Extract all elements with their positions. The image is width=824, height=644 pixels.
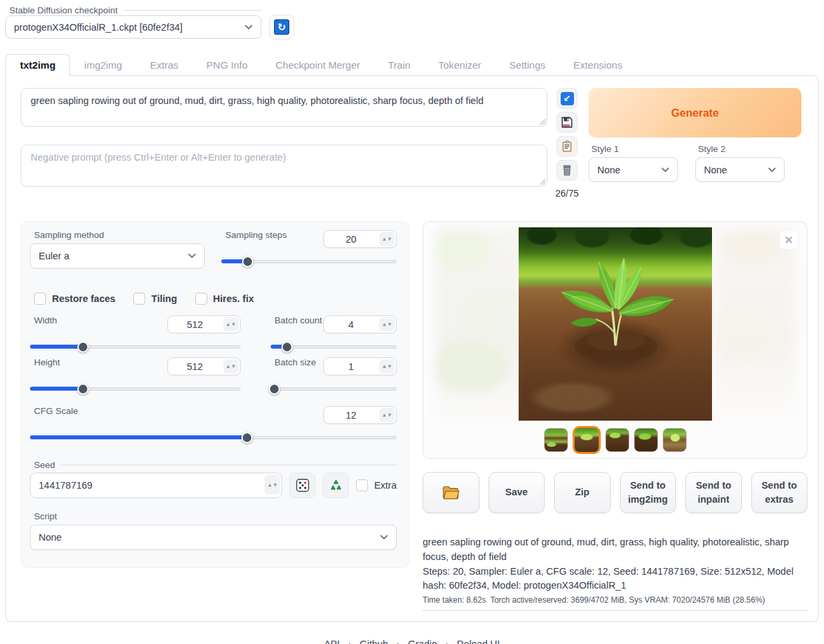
cfg-scale-slider[interactable] (30, 432, 397, 443)
sampling-steps-value[interactable] (324, 234, 378, 245)
save-button[interactable]: Save (489, 472, 545, 513)
output-column: ✕ Save Zip Send to img2img (423, 221, 807, 611)
width-value[interactable] (168, 319, 222, 330)
tab-txt2img[interactable]: txt2img (5, 54, 70, 76)
checkbox-box (133, 293, 145, 305)
trash-icon (561, 164, 573, 177)
tab-extras[interactable]: Extras (136, 55, 193, 76)
style1-value: None (597, 165, 621, 175)
app-root: Stable Diffusion checkpoint protogenX34O… (0, 0, 824, 644)
style1-select[interactable]: None (589, 157, 678, 182)
tab-tokenizer[interactable]: Tokenizer (425, 55, 495, 76)
prompt-input[interactable]: green sapling rowing out of ground, mud,… (21, 88, 547, 127)
send-to-extras-button[interactable]: Send to extras (751, 472, 808, 513)
gallery-blur-right (713, 227, 796, 421)
checkpoint-value: protogenX34OfficialR_1.ckpt [60fe2f34] (14, 22, 183, 33)
batch-size-slider[interactable] (271, 383, 397, 394)
floppy-disk-icon (561, 116, 573, 129)
main-tabs: txt2img img2img Extras PNG Info Checkpoi… (5, 54, 819, 76)
separator-dot: • (446, 640, 449, 644)
style2-select[interactable]: None (695, 157, 785, 182)
stepper-arrows[interactable]: ▲▼ (379, 359, 395, 373)
seed-input[interactable]: ▲▼ (30, 473, 282, 498)
send-to-img2img-button[interactable]: Send to img2img (620, 472, 677, 513)
style2-label: Style 2 (698, 144, 785, 154)
apply-style-button[interactable] (557, 136, 577, 157)
restore-faces-checkbox[interactable]: Restore faces (34, 293, 115, 305)
stepper-arrows[interactable]: ▲▼ (223, 317, 239, 331)
tab-png-info[interactable]: PNG Info (193, 55, 262, 76)
batch-count-slider[interactable] (271, 341, 397, 352)
sampling-steps-input[interactable]: ▲▼ (323, 230, 397, 248)
batch-size-label: Batch size (275, 357, 316, 367)
width-label: Width (34, 315, 57, 325)
thumbnail-5[interactable] (663, 428, 687, 452)
chevron-down-icon (188, 253, 196, 259)
prompt-column: green sapling rowing out of ground, mud,… (21, 88, 547, 199)
paste-params-button[interactable]: ↙ (557, 88, 577, 109)
footer: API • Github • Gradio • Reload UI python… (5, 639, 819, 644)
checkpoint-select[interactable]: protogenX34OfficialR_1.ckpt [60fe2f34] (5, 15, 261, 39)
checkbox-box (34, 293, 46, 305)
send-to-inpaint-button[interactable]: Send to inpaint (685, 472, 742, 513)
hires-fix-checkbox[interactable]: Hires. fix (195, 293, 254, 305)
footer-link-api[interactable]: API (324, 639, 339, 644)
stepper-arrows[interactable]: ▲▼ (223, 359, 239, 373)
tab-img2img[interactable]: img2img (70, 55, 136, 76)
extra-seed-checkbox[interactable]: Extra (356, 479, 397, 491)
footer-link-gradio[interactable]: Gradio (408, 639, 437, 644)
width-input[interactable]: ▲▼ (167, 315, 241, 333)
reuse-seed-button[interactable] (323, 473, 349, 498)
chevron-down-icon (768, 167, 776, 173)
footer-link-reload-ui[interactable]: Reload UI (457, 639, 499, 644)
thumbnail-1[interactable] (544, 428, 568, 452)
refresh-checkpoints-button[interactable]: ↻ (269, 15, 294, 39)
thumbnail-3[interactable] (605, 428, 629, 452)
thumbnail-2-selected[interactable] (573, 426, 601, 454)
zip-button[interactable]: Zip (554, 472, 611, 513)
save-style-button[interactable] (557, 112, 577, 133)
height-label: Height (34, 357, 60, 367)
tab-checkpoint-merger[interactable]: Checkpoint Merger (261, 55, 374, 76)
separator-dot: • (397, 640, 399, 644)
batch-count-value[interactable] (324, 319, 378, 330)
open-folder-button[interactable] (423, 472, 479, 513)
sampling-method-select[interactable]: Euler a (30, 243, 205, 269)
stepper-arrows[interactable]: ▲▼ (379, 317, 395, 331)
stepper-arrows[interactable]: ▲▼ (265, 475, 280, 495)
clear-prompt-button[interactable] (557, 160, 577, 181)
sampling-steps-slider[interactable] (221, 256, 397, 267)
tiling-checkbox[interactable]: Tiling (133, 293, 177, 305)
random-seed-button[interactable] (289, 473, 315, 498)
gallery-panel: ✕ (423, 221, 807, 459)
arrow-down-left-icon: ↙ (561, 92, 574, 105)
width-slider[interactable] (30, 341, 241, 352)
chevron-down-icon (661, 167, 669, 173)
tab-settings[interactable]: Settings (495, 55, 559, 76)
height-input[interactable]: ▲▼ (167, 357, 241, 375)
tab-train[interactable]: Train (374, 55, 425, 76)
batch-count-input[interactable]: ▲▼ (323, 315, 397, 333)
generate-button[interactable]: Generate (589, 88, 801, 137)
refresh-icon: ↻ (274, 19, 289, 35)
stepper-arrows[interactable]: ▲▼ (379, 232, 395, 246)
gallery-thumbnails (423, 426, 807, 454)
seed-value[interactable] (31, 480, 263, 491)
height-value[interactable] (168, 361, 222, 372)
cfg-scale-input[interactable]: ▲▼ (323, 406, 397, 424)
height-slider[interactable] (30, 383, 241, 394)
generated-image[interactable] (519, 227, 712, 421)
batch-size-value[interactable] (324, 361, 378, 372)
tab-extensions[interactable]: Extensions (559, 55, 636, 76)
gallery-blur-left (435, 227, 522, 421)
negative-prompt-input[interactable] (21, 145, 547, 187)
script-select[interactable]: None (30, 525, 397, 550)
recycle-icon (329, 478, 343, 493)
close-gallery-button[interactable]: ✕ (780, 231, 797, 249)
cfg-scale-value[interactable] (324, 410, 378, 421)
generation-settings-panel: Sampling method Euler a Sampling steps ▲… (21, 221, 409, 568)
batch-size-input[interactable]: ▲▼ (323, 357, 397, 375)
footer-link-github[interactable]: Github (359, 639, 388, 644)
thumbnail-4[interactable] (634, 428, 658, 452)
stepper-arrows[interactable]: ▲▼ (379, 408, 395, 422)
